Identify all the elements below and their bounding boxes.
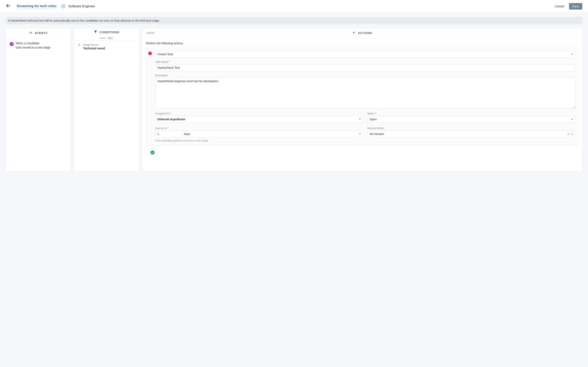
events-title: EVENTS (35, 31, 48, 35)
add-action-button[interactable]: + (150, 150, 155, 155)
match-label: Match (100, 37, 106, 39)
remind-label: Remind before: (367, 127, 575, 130)
page-header: Screening for tech roles Software Engine… (0, 0, 588, 13)
action-card: − Create Task Task Name * Description Ha… (146, 48, 579, 146)
filter-icon (94, 30, 97, 34)
description-textarea[interactable]: HackerRank beginner level test for devel… (155, 78, 575, 108)
clear-remind-icon[interactable]: ✕ (567, 132, 570, 136)
rule-name[interactable]: Screening for tech roles (17, 4, 57, 9)
cancel-button[interactable]: Cancel (552, 3, 567, 9)
events-icon (29, 31, 33, 35)
remove-action-button[interactable]: − (148, 52, 152, 55)
condition-field-label: Stage Name (83, 43, 105, 46)
due-number-input[interactable] (155, 131, 182, 137)
actions-body: Perform the following actions: − Create … (142, 38, 582, 160)
event-line1: When a Candidate (16, 41, 51, 45)
description-label: Description (155, 74, 575, 77)
status-select[interactable]: Open (367, 116, 575, 123)
actions-panel: ‹ BACK ACTIONS Perform the following act… (142, 28, 582, 172)
bell-icon[interactable] (571, 132, 574, 136)
chevron-left-icon: ‹ (146, 32, 147, 34)
role-briefcase-icon (60, 3, 66, 9)
events-header: EVENTS (6, 28, 71, 38)
condition-field-value: Technical round (83, 47, 105, 50)
condition-item[interactable]: Stage Name Technical round (74, 41, 139, 52)
back-arrow-icon[interactable] (6, 3, 11, 9)
info-banner: A HackerRank technical test will be auto… (6, 17, 582, 24)
due-label: Due as on * (155, 127, 363, 130)
event-text: When a Candidate Gets moved to a new sta… (16, 41, 51, 50)
condition-filter-icon (78, 44, 81, 50)
perform-label: Perform the following actions: (146, 42, 579, 45)
conditions-match: Match ALL (100, 37, 113, 40)
conditions-panel: CONDITIONS Match ALL Stage Name Technica… (74, 28, 139, 172)
events-panel: EVENTS ✓ When a Candidate Gets moved to … (6, 28, 71, 172)
event-item[interactable]: ✓ When a Candidate Gets moved to a new s… (6, 38, 71, 53)
role-name: Software Engineer (68, 4, 95, 8)
match-chip[interactable]: ALL (107, 37, 113, 40)
save-button[interactable]: Save (569, 3, 582, 9)
actions-back-link[interactable]: ‹ BACK (146, 32, 154, 34)
remind-input[interactable] (367, 131, 575, 137)
svg-rect-1 (62, 6, 65, 8)
due-helper: from candidate getting moved to a new st… (155, 139, 363, 142)
assigned-label: Assigned To * (155, 112, 363, 115)
action-connector (153, 146, 153, 149)
conditions-header: CONDITIONS Match ALL (74, 28, 139, 41)
task-name-input[interactable] (155, 64, 575, 71)
task-name-label: Task Name * (155, 60, 575, 63)
due-unit-select[interactable]: days (182, 131, 363, 137)
actions-icon (352, 31, 356, 35)
conditions-title: CONDITIONS (99, 31, 120, 34)
assigned-to-select[interactable]: Deborah Arputhram (155, 116, 363, 123)
actions-header: ‹ BACK ACTIONS (142, 28, 582, 38)
add-action-container: + (149, 149, 156, 156)
check-icon: ✓ (9, 42, 14, 46)
actions-title: ACTIONS (358, 31, 372, 35)
action-type-select[interactable]: Create Task (155, 51, 575, 58)
event-line2: Gets moved to a new stage (16, 45, 51, 50)
status-label: Status * (367, 112, 575, 115)
workflow-board: EVENTS ✓ When a Candidate Gets moved to … (0, 24, 588, 177)
